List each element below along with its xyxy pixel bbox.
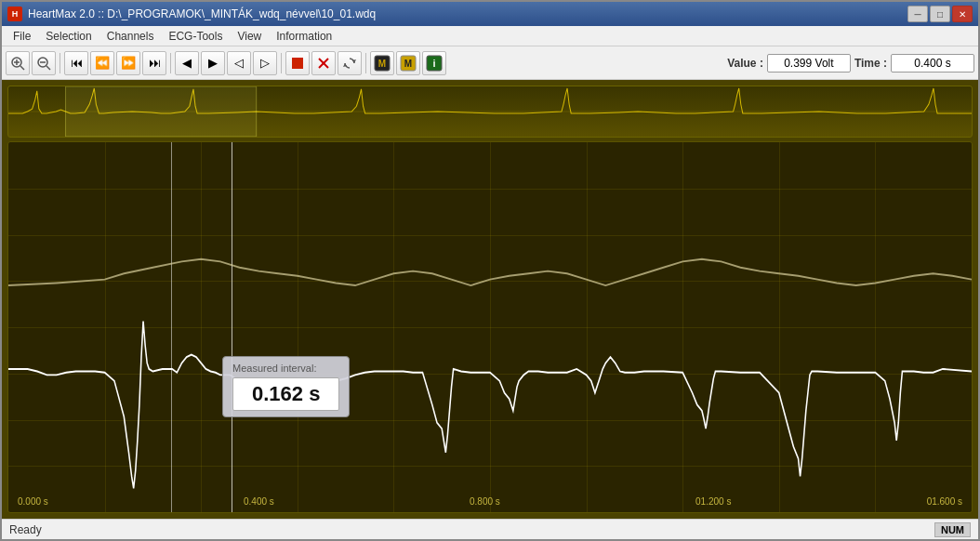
title-bar-left: H HeartMax 2.0 :: D:\_PROGRAMOK\_MINTÁK_… — [7, 7, 376, 21]
mark1-button[interactable]: M — [370, 51, 394, 75]
app-window: H HeartMax 2.0 :: D:\_PROGRAMOK\_MINTÁK_… — [0, 0, 980, 541]
value-reading: 0.399 Volt — [767, 54, 851, 73]
menu-selection[interactable]: Selection — [38, 28, 99, 45]
title-bar: H HeartMax 2.0 :: D:\_PROGRAMOK\_MINTÁK_… — [2, 2, 978, 26]
close-button[interactable]: ✕ — [952, 6, 973, 22]
title-text: HeartMax 2.0 :: D:\_PROGRAMOK\_MINTÁK_wd… — [28, 7, 376, 20]
window-controls: ─ □ ✕ — [907, 6, 973, 22]
time-label-3: 01.200 s — [695, 496, 731, 507]
sep2 — [170, 53, 171, 73]
status-bar: Ready NUM — [2, 519, 978, 539]
pan-left-button[interactable]: ◁ — [227, 51, 251, 75]
refresh-button[interactable] — [338, 51, 362, 75]
value-display: Value : 0.399 Volt Time : 0.400 s — [727, 54, 974, 73]
zoom-in-button[interactable] — [6, 51, 30, 75]
scroll-right-button[interactable]: ▶ — [201, 51, 225, 75]
go-next-button[interactable]: ⏩ — [116, 51, 140, 75]
sep1 — [60, 53, 60, 73]
overview-strip[interactable] — [7, 86, 973, 138]
time-label-4: 01.600 s — [927, 496, 962, 507]
delete-button[interactable] — [311, 51, 336, 75]
go-end-button[interactable]: ⏭ — [142, 51, 166, 75]
svg-rect-19 — [66, 86, 257, 137]
go-start-button[interactable]: ⏮ — [64, 51, 88, 75]
zoom-out-button[interactable] — [32, 51, 56, 75]
time-label-2: 0.800 s — [470, 496, 500, 507]
main-ecg-waveform — [8, 142, 972, 512]
time-label: Time : — [854, 57, 887, 70]
info-button[interactable]: i — [422, 51, 446, 75]
toolbar: ⏮ ⏪ ⏩ ⏭ ◀ ▶ ◁ ▷ M M i Value : 0.399 — [2, 46, 978, 80]
scroll-left-button[interactable]: ◀ — [175, 51, 199, 75]
measure-popup-title: Measured interval: — [232, 363, 339, 374]
pan-right-button[interactable]: ▷ — [253, 51, 277, 75]
go-prev-button[interactable]: ⏪ — [90, 51, 114, 75]
value-label: Value : — [727, 57, 763, 70]
maximize-button[interactable]: □ — [930, 6, 950, 22]
menu-file[interactable]: File — [6, 28, 38, 45]
svg-text:M: M — [378, 59, 386, 69]
sep4 — [365, 53, 366, 73]
stop-button[interactable] — [285, 51, 310, 75]
svg-line-5 — [46, 66, 50, 70]
minimize-button[interactable]: ─ — [907, 6, 928, 22]
menu-ecgtools[interactable]: ECG-Tools — [161, 28, 230, 45]
status-ready: Ready — [9, 523, 42, 536]
overview-waveform — [8, 86, 972, 137]
time-label-1: 0.400 s — [244, 496, 274, 507]
svg-line-1 — [20, 66, 24, 70]
mark2-button[interactable]: M — [396, 51, 420, 75]
time-label-0: 0.000 s — [18, 496, 48, 507]
status-num: NUM — [934, 522, 971, 537]
main-content: Measured interval: 0.162 s 0.000 s 0.400… — [2, 80, 978, 519]
menu-information[interactable]: Information — [269, 28, 339, 45]
ecg-canvas[interactable]: Measured interval: 0.162 s 0.000 s 0.400… — [7, 141, 973, 513]
svg-text:i: i — [432, 58, 435, 69]
time-reading: 0.400 s — [891, 54, 974, 73]
menu-view[interactable]: View — [230, 28, 269, 45]
time-axis: 0.000 s 0.400 s 0.800 s 01.200 s 01.600 … — [8, 496, 972, 507]
app-icon: H — [7, 7, 22, 21]
measure-popup-value: 0.162 s — [232, 377, 339, 411]
menu-channels[interactable]: Channels — [99, 28, 162, 45]
sep3 — [281, 53, 282, 73]
measure-popup: Measured interval: 0.162 s — [222, 356, 350, 417]
svg-rect-7 — [292, 58, 303, 69]
menu-bar: File Selection Channels ECG-Tools View I… — [2, 26, 978, 46]
svg-text:M: M — [404, 59, 412, 69]
